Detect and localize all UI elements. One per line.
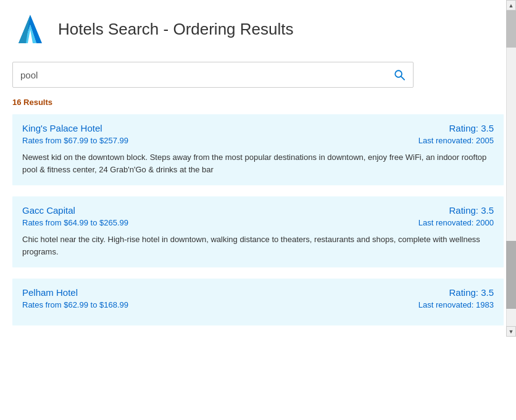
- hotel-name[interactable]: King's Palace Hotel: [22, 123, 102, 133]
- hotel-rating: Rating: 3.5: [449, 205, 494, 216]
- results-count: 16 Results: [0, 94, 516, 114]
- hotel-card-middle: Rates from $62.99 to $168.99 Last renova…: [22, 300, 494, 309]
- search-section: [0, 56, 516, 94]
- results-list: King's Palace Hotel Rating: 3.5 Rates fr…: [0, 114, 516, 337]
- page-wrapper: Hotels Search - Ordering Results 16 Resu…: [0, 0, 516, 337]
- hotel-description: Newest kid on the downtown block. Steps …: [22, 151, 494, 175]
- hotel-renovated: Last renovated: 1983: [418, 300, 494, 309]
- search-button[interactable]: [386, 62, 413, 87]
- svg-point-3: [395, 70, 402, 77]
- scrollbar-track: ▲ ▼: [506, 0, 516, 337]
- search-box: [12, 62, 414, 88]
- hotel-card: King's Palace Hotel Rating: 3.5 Rates fr…: [12, 114, 504, 185]
- scrollbar-thumb[interactable]: [506, 10, 516, 48]
- page-title: Hotels Search - Ordering Results: [58, 20, 293, 39]
- hotel-renovated: Last renovated: 2000: [418, 218, 494, 227]
- hotel-card-top: Pelham Hotel Rating: 3.5: [22, 287, 494, 298]
- app-logo: [12, 11, 48, 47]
- hotel-name[interactable]: Gacc Capital: [22, 205, 75, 216]
- hotel-description: Chic hotel near the city. High-rise hote…: [22, 233, 494, 258]
- search-input[interactable]: [13, 64, 386, 86]
- hotel-rates: Rates from $62.99 to $168.99: [22, 300, 128, 309]
- scrollbar-thumb-2[interactable]: [506, 241, 516, 309]
- hotel-rates: Rates from $64.99 to $265.99: [22, 218, 128, 227]
- svg-line-4: [401, 77, 404, 80]
- hotel-card-top: King's Palace Hotel Rating: 3.5: [22, 123, 494, 133]
- hotel-card-top: Gacc Capital Rating: 3.5: [22, 205, 494, 216]
- hotel-card: Gacc Capital Rating: 3.5 Rates from $64.…: [12, 196, 504, 267]
- hotel-rating: Rating: 3.5: [449, 123, 494, 133]
- search-icon: [394, 69, 405, 80]
- scrollbar-up-arrow[interactable]: ▲: [506, 0, 516, 10]
- hotel-name[interactable]: Pelham Hotel: [22, 287, 78, 298]
- hotel-renovated: Last renovated: 2005: [418, 136, 494, 145]
- hotel-rating: Rating: 3.5: [449, 287, 494, 298]
- hotel-rates: Rates from $67.99 to $257.99: [22, 136, 128, 145]
- hotel-card-middle: Rates from $67.99 to $257.99 Last renova…: [22, 136, 494, 145]
- hotel-card: Pelham Hotel Rating: 3.5 Rates from $62.…: [12, 279, 504, 326]
- hotel-card-middle: Rates from $64.99 to $265.99 Last renova…: [22, 218, 494, 227]
- scrollbar-down-arrow[interactable]: ▼: [506, 326, 516, 337]
- header: Hotels Search - Ordering Results: [0, 0, 516, 56]
